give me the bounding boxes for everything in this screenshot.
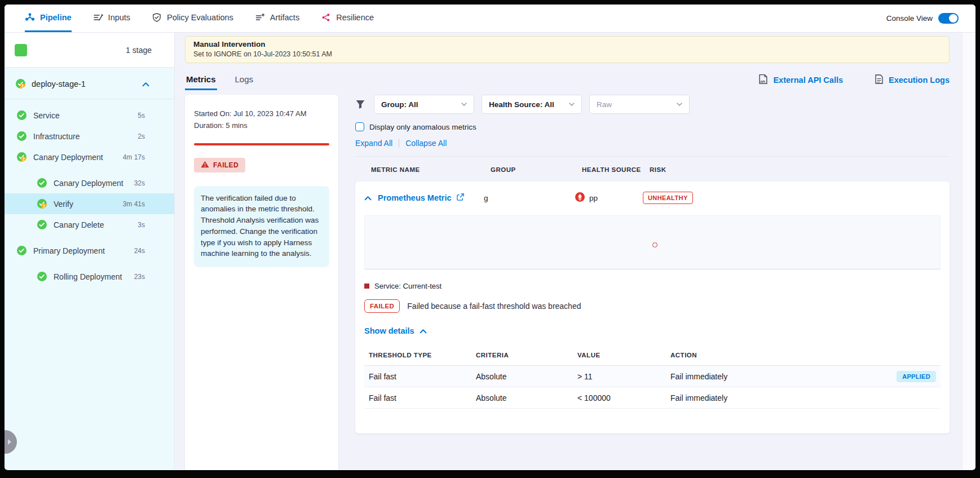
scroll-gutter[interactable] [962,33,975,470]
external-api-calls-label: External API Calls [773,76,843,85]
sidebar-step-canary-deployment-group[interactable]: Canary Deployment 4m 17s [5,147,174,167]
stage-name: deploy-stage-1 [32,79,86,88]
tab-policy-evaluations[interactable]: Policy Evaluations [152,5,233,32]
metric-name-label: Prometheus Metric [378,193,452,202]
tab-logs[interactable]: Logs [234,70,255,90]
health-source-filter-dropdown[interactable]: Health Source: All [482,95,582,114]
execution-logs-link[interactable]: Execution Logs [875,74,950,86]
success-warning-icon [16,79,25,88]
pipeline-icon [25,12,35,23]
step-duration: 3m 41s [123,200,145,208]
chart-legend: Service: Current-test [364,282,941,290]
group-filter-dropdown[interactable]: Group: All [374,95,474,114]
collapse-all-link[interactable]: Collapse All [405,139,447,148]
manual-intervention-banner: Manual Intervention Set to IGNORE on 10-… [185,36,950,63]
step-duration: 32s [134,179,145,187]
inputs-icon [93,12,103,23]
column-header-group: GROUP [491,166,582,173]
threshold-table-header: THRESHOLD TYPE CRITERIA VALUE ACTION [364,347,941,366]
step-label: Rolling Deployment [54,272,122,281]
view-tabs: Metrics Logs [185,70,254,90]
value-cell: < 100000 [577,393,670,402]
sidebar-stage-deploy-stage-1[interactable]: deploy-stage-1 [5,71,174,94]
toggle-knob [949,14,957,23]
chevron-down-icon [569,103,575,106]
legend-label: Service: Current-test [374,282,442,290]
data-transform-dropdown[interactable]: Raw [589,95,690,114]
console-view-label: Console View [886,14,933,23]
verification-status-badge: FAILED [194,158,245,172]
anomalous-metrics-label: Display only anomalous metrics [369,123,476,131]
analysis-failed-badge: FAILED [364,299,400,313]
nav-tab-label: Pipeline [40,13,72,22]
step-label: Service [33,111,60,120]
tab-metrics[interactable]: Metrics [185,70,217,90]
sidebar-step-infrastructure[interactable]: Infrastructure 2s [5,126,174,147]
chevron-down-icon [677,103,682,106]
table-row: Fail fast Absolute < 100000 Fail immedia… [364,387,941,409]
success-icon [17,246,27,255]
stage-status-swatch[interactable] [15,44,27,56]
action-cell: Fail immediately [670,393,885,402]
tab-pipeline[interactable]: Pipeline [25,5,72,32]
duration-label: Duration: 5 mins [194,120,329,132]
anomalous-metrics-checkbox[interactable] [355,122,364,131]
show-details-link[interactable]: Show details [364,326,427,335]
nav-tab-label: Policy Evaluations [167,13,233,22]
sidebar-step-primary-deployment[interactable]: Primary Deployment 24s [5,240,174,261]
tab-artifacts[interactable]: Artifacts [255,5,299,32]
column-header-health-source: HEALTH SOURCE [582,166,650,173]
prometheus-icon [575,192,585,203]
column-header-value: VALUE [577,352,670,358]
criteria-cell: Absolute [476,393,577,402]
chevron-up-icon[interactable] [142,79,149,88]
collapse-row-chevron-icon[interactable] [364,193,378,203]
banner-subtitle: Set to IGNORE on 10-Jul-2023 10:50:51 AM [193,50,941,59]
expand-collapse-row: Expand All Collapse All [355,139,950,148]
step-label: Verify [54,200,73,209]
expand-all-link[interactable]: Expand All [355,139,392,148]
console-view-toggle[interactable] [938,13,959,24]
risk-cell: UNHEALTHY [643,192,941,204]
threshold-type-cell: Fail fast [369,372,476,381]
console-view-control: Console View [886,13,959,24]
verification-message: The verification failed due to anomalies… [194,186,329,267]
success-icon [37,178,47,188]
sidebar-step-canary-deployment[interactable]: Canary Deployment 32s [5,172,174,193]
nav-tab-label: Artifacts [270,13,299,22]
step-duration: 23s [134,273,145,281]
threshold-type-cell: Fail fast [369,393,476,402]
warning-triangle-icon [201,161,209,170]
group-filter-value: Group: All [381,100,418,109]
tab-inputs[interactable]: Inputs [93,5,131,32]
data-transform-placeholder: Raw [597,100,612,109]
banner-title: Manual Intervention [193,39,941,50]
sidebar-step-rolling-deployment[interactable]: Rolling Deployment 23s [5,266,174,287]
step-label: Primary Deployment [33,246,105,255]
step-duration: 2s [138,132,145,140]
table-row: Fail fast Absolute > 11 Fail immediately… [364,366,941,387]
log-links: API External API Calls Execution Logs [758,74,950,86]
divider [399,139,399,148]
column-header-action: ACTION [670,352,885,358]
sidebar-step-verify[interactable]: Verify 3m 41s [5,193,174,214]
external-api-calls-link[interactable]: API External API Calls [758,74,843,86]
tab-resilience[interactable]: Resilience [321,5,374,32]
sidebar-step-canary-delete[interactable]: Canary Delete 3s [5,214,174,235]
policy-shield-icon [152,12,162,23]
chevron-up-icon [420,329,427,334]
verification-progress-bar [194,143,329,145]
filter-funnel-icon[interactable] [355,99,365,109]
step-duration: 4m 17s [123,153,145,161]
show-details-label: Show details [364,326,414,335]
metric-name-link[interactable]: Prometheus Metric [378,193,484,202]
sidebar-step-service[interactable]: Service 5s [5,105,174,126]
anomalous-data-point[interactable] [652,242,657,247]
metric-health-source: pp [575,192,643,203]
success-icon [37,272,47,281]
main-content: Manual Intervention Set to IGNORE on 10-… [175,33,975,470]
chevron-down-icon [461,103,467,106]
step-label: Canary Delete [54,220,104,229]
top-navbar: Pipeline Inputs Policy Evaluations Artif… [5,5,975,33]
document-icon [875,74,884,86]
